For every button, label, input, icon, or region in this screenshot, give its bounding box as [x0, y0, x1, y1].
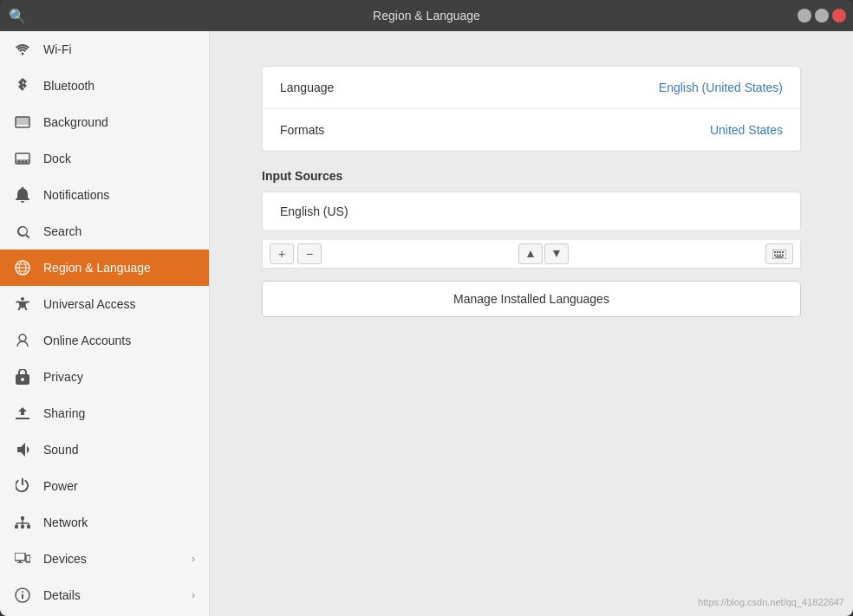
- svg-rect-10: [21, 516, 24, 520]
- sidebar-item-privacy[interactable]: Privacy: [0, 359, 209, 395]
- sidebar-label-devices: Devices: [43, 552, 179, 566]
- sidebar-item-sound[interactable]: Sound: [0, 431, 209, 468]
- svg-rect-29: [777, 251, 778, 253]
- sidebar-item-bluetooth[interactable]: Bluetooth: [0, 68, 209, 104]
- sidebar-item-details[interactable]: Details ›: [0, 577, 209, 613]
- sidebar-item-devices[interactable]: Devices ›: [0, 541, 209, 577]
- formats-label: Formats: [280, 123, 710, 137]
- svg-point-5: [22, 160, 24, 163]
- window-title: Region & Language: [373, 9, 480, 23]
- details-icon: [14, 587, 31, 604]
- devices-icon: [14, 550, 31, 567]
- formats-value[interactable]: United States: [710, 123, 783, 137]
- universal-access-icon: [14, 295, 31, 313]
- formats-row[interactable]: Formats United States: [263, 109, 800, 151]
- move-down-button[interactable]: [544, 243, 569, 264]
- sidebar-item-notifications[interactable]: Notifications: [0, 177, 209, 213]
- privacy-icon: [14, 368, 31, 386]
- sidebar-item-online-accounts[interactable]: Online Accounts: [0, 322, 209, 359]
- wifi-icon: [14, 41, 31, 58]
- sidebar-item-power[interactable]: Power: [0, 468, 209, 504]
- sidebar-label-power: Power: [43, 479, 195, 493]
- notifications-icon: [14, 186, 31, 204]
- svg-rect-34: [779, 254, 781, 256]
- network-icon: [14, 514, 31, 531]
- svg-point-8: [21, 297, 24, 301]
- sidebar-label-bluetooth: Bluetooth: [43, 79, 195, 93]
- svg-rect-12: [21, 525, 24, 528]
- svg-point-4: [18, 160, 21, 163]
- sidebar-label-region: Region & Language: [43, 261, 195, 275]
- svg-rect-36: [776, 256, 784, 258]
- sidebar-label-network: Network: [43, 515, 195, 529]
- svg-rect-35: [782, 254, 784, 256]
- dock-icon: [14, 150, 31, 167]
- sidebar: Wi-Fi Bluetooth Backgro: [0, 31, 210, 616]
- svg-rect-33: [777, 254, 778, 256]
- svg-rect-30: [779, 251, 781, 253]
- sidebar-item-wifi[interactable]: Wi-Fi: [0, 31, 209, 68]
- sidebar-label-background: Background: [43, 115, 195, 129]
- input-sources-title: Input Sources: [262, 169, 801, 183]
- language-formats-card: Language English (United States) Formats…: [262, 66, 801, 152]
- online-accounts-icon: [14, 332, 31, 349]
- devices-chevron-icon: ›: [192, 553, 195, 565]
- language-value[interactable]: English (United States): [659, 81, 783, 94]
- add-input-source-button[interactable]: +: [270, 243, 294, 264]
- svg-rect-20: [19, 561, 21, 562]
- sidebar-label-privacy: Privacy: [43, 370, 195, 384]
- sidebar-item-search[interactable]: Search: [0, 213, 209, 250]
- details-chevron-icon: ›: [192, 589, 195, 601]
- move-buttons-group: [518, 243, 569, 264]
- sidebar-label-sound: Sound: [43, 443, 195, 457]
- sidebar-label-universal-access: Universal Access: [43, 297, 195, 311]
- sidebar-item-sharing[interactable]: Sharing: [0, 395, 209, 431]
- svg-rect-13: [27, 525, 30, 528]
- svg-rect-11: [15, 525, 18, 528]
- sidebar-item-universal-access[interactable]: Universal Access: [0, 286, 209, 322]
- sidebar-label-wifi: Wi-Fi: [43, 42, 195, 56]
- language-label: Language: [280, 81, 659, 94]
- watermark: https://blog.csdn.net/qq_41822647: [698, 597, 844, 607]
- background-icon: [14, 113, 31, 131]
- language-row[interactable]: Language English (United States): [263, 67, 800, 109]
- svg-rect-19: [15, 553, 25, 561]
- minimize-button[interactable]: [798, 9, 811, 23]
- move-up-button[interactable]: [518, 243, 543, 264]
- titlebar-search[interactable]: 🔍: [9, 8, 26, 24]
- sidebar-label-dock: Dock: [43, 152, 195, 165]
- input-sources-card: English (US): [262, 191, 801, 231]
- sidebar-label-online-accounts: Online Accounts: [43, 334, 195, 347]
- input-sources-toolbar: + −: [262, 240, 801, 269]
- titlebar: 🔍 Region & Language: [0, 0, 853, 31]
- svg-rect-28: [774, 251, 776, 253]
- svg-point-9: [19, 334, 26, 341]
- svg-point-23: [28, 561, 29, 562]
- remove-input-source-button[interactable]: −: [297, 243, 322, 264]
- svg-point-25: [22, 591, 23, 593]
- svg-rect-21: [17, 562, 23, 563]
- input-source-english-us: English (US): [263, 192, 800, 230]
- region-icon: [14, 259, 31, 276]
- close-button[interactable]: [832, 9, 846, 23]
- sidebar-label-sharing: Sharing: [43, 406, 195, 420]
- content-area: Language English (United States) Formats…: [210, 31, 853, 616]
- maximize-button[interactable]: [815, 9, 829, 23]
- sidebar-item-network[interactable]: Network: [0, 504, 209, 541]
- svg-rect-32: [774, 254, 776, 256]
- sidebar-item-region[interactable]: Region & Language: [0, 250, 209, 286]
- sidebar-label-notifications: Notifications: [43, 188, 195, 202]
- manage-languages-button[interactable]: Manage Installed Languages: [262, 281, 801, 317]
- sidebar-label-details: Details: [43, 588, 179, 602]
- keyboard-settings-button[interactable]: [765, 243, 793, 264]
- sidebar-search-icon: [14, 223, 31, 240]
- sharing-icon: [14, 405, 31, 422]
- sound-icon: [14, 441, 31, 458]
- window-controls: [798, 9, 846, 23]
- power-icon: [14, 477, 31, 495]
- sidebar-item-background[interactable]: Background: [0, 104, 209, 140]
- sidebar-item-dock[interactable]: Dock: [0, 140, 209, 177]
- svg-point-6: [25, 160, 28, 163]
- svg-rect-26: [22, 594, 23, 600]
- bluetooth-icon: [14, 77, 31, 94]
